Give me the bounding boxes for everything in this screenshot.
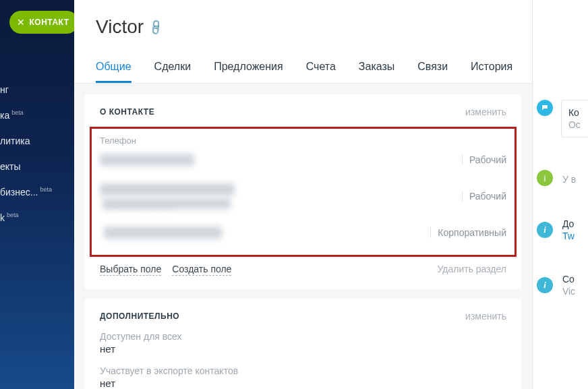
- tab-orders[interactable]: Заказы: [359, 61, 394, 83]
- rail-item-info[interactable]: i Со Vic: [533, 274, 588, 297]
- extra-title: ДОПОЛНИТЕЛЬНО: [100, 311, 179, 321]
- phone-row: ██████████ Корпоративный: [100, 217, 506, 247]
- phone-tag: Рабочий: [462, 191, 506, 202]
- phone-row: ████████ Рабочий: [100, 148, 506, 174]
- contact-button-label: КОНТАКТ: [30, 18, 69, 27]
- about-title: О КОНТАКТЕ: [100, 107, 154, 117]
- attachment-icon[interactable]: 🔗: [146, 18, 165, 36]
- tab-invoices[interactable]: Счета: [306, 61, 336, 83]
- close-contact-button[interactable]: ✕ КОНТАКТ: [9, 11, 78, 34]
- info-icon: i: [537, 277, 553, 293]
- redacted-value: ████████: [100, 154, 194, 166]
- field-value: нет: [100, 378, 506, 389]
- tab-relations[interactable]: Связи: [417, 61, 448, 83]
- delete-section-link[interactable]: Удалить раздел: [437, 264, 506, 276]
- activity-rail: Ко Ос i У в i До Tw i Со Vic: [533, 0, 588, 389]
- phone-label: Телефон: [100, 136, 506, 146]
- info-icon: i: [537, 222, 553, 238]
- extra-card: ДОПОЛНИТЕЛЬНО изменить Доступен для всех…: [85, 299, 521, 389]
- header: Victor 🔗 Общие Сделки Предложения Счета …: [74, 0, 532, 84]
- select-field-link[interactable]: Выбрать поле: [100, 264, 161, 276]
- beta-badge: beta: [40, 186, 52, 193]
- info-icon: i: [537, 170, 553, 186]
- main: Victor 🔗 Общие Сделки Предложения Счета …: [74, 0, 533, 389]
- beta-badge: beta: [11, 109, 24, 116]
- page-title: Victor: [96, 16, 144, 38]
- rail-item-info[interactable]: i До Tw: [533, 218, 588, 241]
- sidebar-item[interactable]: бизнес...beta: [0, 179, 74, 205]
- about-card: О КОНТАКТЕ изменить Телефон ████████ Раб…: [85, 94, 521, 289]
- sidebar: ✕ КОНТАКТ нг каbeta литика екты бизнес..…: [0, 0, 74, 389]
- rail-item-warning[interactable]: i У в: [533, 170, 588, 186]
- sidebar-item[interactable]: екты: [0, 154, 74, 179]
- beta-badge: beta: [7, 212, 19, 218]
- phone-tag: Корпоративный: [430, 227, 506, 238]
- phone-row: ████████████ ███████████ Рабочий: [100, 174, 506, 217]
- sidebar-item[interactable]: литика: [0, 128, 74, 154]
- tab-general[interactable]: Общие: [96, 61, 131, 83]
- redacted-value: ████████████ ███████████: [100, 183, 235, 209]
- highlighted-phone-block: Телефон ████████ Рабочий ████████████ ██…: [90, 127, 517, 257]
- extra-edit-link[interactable]: изменить: [465, 311, 506, 322]
- speech-icon: [537, 100, 553, 116]
- sidebar-item[interactable]: нг: [0, 77, 74, 102]
- sidebar-item[interactable]: каbeta: [0, 102, 74, 128]
- phone-tag: Рабочий: [462, 154, 506, 165]
- tab-offers[interactable]: Предложения: [214, 61, 283, 83]
- rail-item-comment[interactable]: Ко Ос: [533, 100, 588, 138]
- field-label: Участвует в экспорте контактов: [100, 365, 506, 376]
- sidebar-item[interactable]: kbeta: [0, 205, 74, 231]
- close-icon: ✕: [17, 17, 26, 28]
- content: О КОНТАКТЕ изменить Телефон ████████ Раб…: [74, 84, 532, 389]
- about-edit-link[interactable]: изменить: [465, 107, 506, 117]
- tab-deals[interactable]: Сделки: [154, 61, 192, 83]
- field-label: Доступен для всех: [100, 331, 506, 342]
- create-field-link[interactable]: Создать поле: [172, 264, 231, 276]
- tab-history[interactable]: История: [471, 61, 512, 83]
- redacted-value: ██████████: [104, 227, 222, 239]
- sidebar-nav: нг каbeta литика екты бизнес...beta kbet…: [0, 77, 74, 231]
- tabs: Общие Сделки Предложения Счета Заказы Св…: [96, 61, 510, 83]
- field-value: нет: [100, 343, 506, 355]
